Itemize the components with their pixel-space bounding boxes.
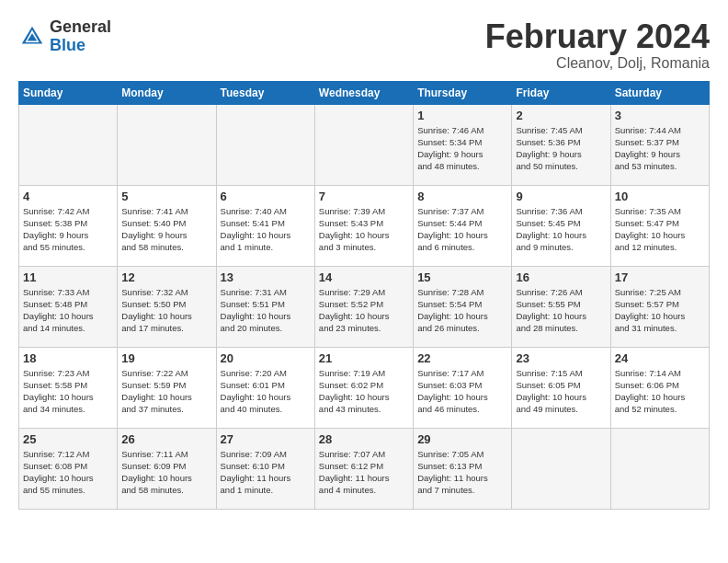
calendar-cell: 5Sunrise: 7:41 AM Sunset: 5:40 PM Daylig…	[118, 185, 216, 266]
day-info: Sunrise: 7:45 AM Sunset: 5:36 PM Dayligh…	[516, 124, 606, 173]
calendar-cell: 28Sunrise: 7:07 AM Sunset: 6:12 PM Dayli…	[314, 428, 413, 509]
page-header: General Blue February 2024 Cleanov, Dolj…	[18, 18, 710, 72]
calendar-cell: 11Sunrise: 7:33 AM Sunset: 5:48 PM Dayli…	[19, 266, 118, 347]
calendar-cell: 14Sunrise: 7:29 AM Sunset: 5:52 PM Dayli…	[314, 266, 413, 347]
calendar-cell: 12Sunrise: 7:32 AM Sunset: 5:50 PM Dayli…	[118, 266, 216, 347]
day-number: 13	[221, 270, 311, 284]
calendar-week-3: 11Sunrise: 7:33 AM Sunset: 5:48 PM Dayli…	[19, 266, 710, 347]
calendar-cell: 18Sunrise: 7:23 AM Sunset: 5:58 PM Dayli…	[19, 347, 118, 428]
day-info: Sunrise: 7:28 AM Sunset: 5:54 PM Dayligh…	[417, 286, 507, 335]
day-info: Sunrise: 7:44 AM Sunset: 5:37 PM Dayligh…	[615, 124, 705, 173]
calendar-cell: 15Sunrise: 7:28 AM Sunset: 5:54 PM Dayli…	[414, 266, 512, 347]
day-info: Sunrise: 7:39 AM Sunset: 5:43 PM Dayligh…	[319, 205, 409, 254]
day-number: 18	[23, 351, 113, 365]
day-number: 9	[516, 190, 606, 203]
day-info: Sunrise: 7:37 AM Sunset: 5:44 PM Dayligh…	[417, 205, 507, 254]
day-info: Sunrise: 7:40 AM Sunset: 5:41 PM Dayligh…	[221, 205, 311, 254]
day-header-saturday: Saturday	[610, 81, 709, 104]
calendar-cell: 19Sunrise: 7:22 AM Sunset: 5:59 PM Dayli…	[118, 347, 216, 428]
calendar-header-row: SundayMondayTuesdayWednesdayThursdayFrid…	[19, 81, 710, 104]
logo: General Blue	[18, 18, 111, 55]
day-number: 11	[23, 270, 113, 284]
calendar-cell: 13Sunrise: 7:31 AM Sunset: 5:51 PM Dayli…	[216, 266, 314, 347]
day-header-tuesday: Tuesday	[216, 81, 314, 104]
logo-icon	[18, 23, 46, 51]
day-info: Sunrise: 7:42 AM Sunset: 5:38 PM Dayligh…	[23, 205, 113, 254]
day-info: Sunrise: 7:11 AM Sunset: 6:09 PM Dayligh…	[121, 448, 211, 497]
calendar-cell: 22Sunrise: 7:17 AM Sunset: 6:03 PM Dayli…	[414, 347, 512, 428]
day-info: Sunrise: 7:12 AM Sunset: 6:08 PM Dayligh…	[23, 448, 113, 497]
day-info: Sunrise: 7:05 AM Sunset: 6:13 PM Dayligh…	[417, 448, 507, 497]
day-info: Sunrise: 7:32 AM Sunset: 5:50 PM Dayligh…	[121, 286, 211, 335]
day-info: Sunrise: 7:15 AM Sunset: 6:05 PM Dayligh…	[516, 367, 606, 416]
calendar-cell: 7Sunrise: 7:39 AM Sunset: 5:43 PM Daylig…	[314, 185, 413, 266]
calendar-cell: 29Sunrise: 7:05 AM Sunset: 6:13 PM Dayli…	[414, 428, 512, 509]
calendar-cell: 16Sunrise: 7:26 AM Sunset: 5:55 PM Dayli…	[512, 266, 610, 347]
day-number: 12	[121, 270, 211, 284]
day-info: Sunrise: 7:26 AM Sunset: 5:55 PM Dayligh…	[516, 286, 606, 335]
day-number: 8	[417, 190, 507, 203]
calendar-cell: 17Sunrise: 7:25 AM Sunset: 5:57 PM Dayli…	[610, 266, 709, 347]
day-number: 24	[615, 351, 705, 365]
logo-general-text: General	[50, 17, 111, 36]
day-number: 23	[516, 351, 606, 365]
day-info: Sunrise: 7:46 AM Sunset: 5:34 PM Dayligh…	[417, 124, 507, 173]
day-header-monday: Monday	[118, 81, 216, 104]
day-number: 20	[221, 351, 311, 365]
day-number: 22	[417, 351, 507, 365]
calendar-cell: 24Sunrise: 7:14 AM Sunset: 6:06 PM Dayli…	[610, 347, 709, 428]
calendar-cell	[216, 104, 314, 185]
calendar-cell: 1Sunrise: 7:46 AM Sunset: 5:34 PM Daylig…	[414, 104, 512, 185]
day-number: 5	[121, 190, 211, 203]
day-info: Sunrise: 7:23 AM Sunset: 5:58 PM Dayligh…	[23, 367, 113, 416]
day-info: Sunrise: 7:36 AM Sunset: 5:45 PM Dayligh…	[516, 205, 606, 254]
calendar-cell: 9Sunrise: 7:36 AM Sunset: 5:45 PM Daylig…	[512, 185, 610, 266]
day-header-sunday: Sunday	[19, 81, 118, 104]
day-info: Sunrise: 7:07 AM Sunset: 6:12 PM Dayligh…	[319, 448, 409, 497]
month-title: February 2024	[485, 18, 710, 55]
day-header-wednesday: Wednesday	[314, 81, 413, 104]
day-number: 3	[615, 109, 705, 122]
day-info: Sunrise: 7:09 AM Sunset: 6:10 PM Dayligh…	[221, 448, 311, 497]
calendar-cell	[512, 428, 610, 509]
day-number: 15	[417, 270, 507, 284]
calendar-cell: 6Sunrise: 7:40 AM Sunset: 5:41 PM Daylig…	[216, 185, 314, 266]
day-number: 16	[516, 270, 606, 284]
calendar-cell: 27Sunrise: 7:09 AM Sunset: 6:10 PM Dayli…	[216, 428, 314, 509]
day-header-friday: Friday	[512, 81, 610, 104]
day-number: 25	[23, 432, 113, 446]
location: Cleanov, Dolj, Romania	[485, 55, 710, 72]
day-number: 4	[23, 190, 113, 203]
day-number: 6	[221, 190, 311, 203]
day-info: Sunrise: 7:41 AM Sunset: 5:40 PM Dayligh…	[121, 205, 211, 254]
calendar-cell	[19, 104, 118, 185]
day-number: 19	[121, 351, 211, 365]
day-number: 10	[615, 190, 705, 203]
day-number: 28	[319, 432, 409, 446]
day-number: 29	[417, 432, 507, 446]
calendar-cell: 3Sunrise: 7:44 AM Sunset: 5:37 PM Daylig…	[610, 104, 709, 185]
day-info: Sunrise: 7:29 AM Sunset: 5:52 PM Dayligh…	[319, 286, 409, 335]
day-info: Sunrise: 7:20 AM Sunset: 6:01 PM Dayligh…	[221, 367, 311, 416]
calendar-cell: 4Sunrise: 7:42 AM Sunset: 5:38 PM Daylig…	[19, 185, 118, 266]
day-info: Sunrise: 7:25 AM Sunset: 5:57 PM Dayligh…	[615, 286, 705, 335]
title-block: February 2024 Cleanov, Dolj, Romania	[485, 18, 710, 72]
calendar-cell	[314, 104, 413, 185]
day-number: 21	[319, 351, 409, 365]
calendar-cell: 21Sunrise: 7:19 AM Sunset: 6:02 PM Dayli…	[314, 347, 413, 428]
calendar-cell: 25Sunrise: 7:12 AM Sunset: 6:08 PM Dayli…	[19, 428, 118, 509]
calendar-cell: 10Sunrise: 7:35 AM Sunset: 5:47 PM Dayli…	[610, 185, 709, 266]
calendar-week-1: 1Sunrise: 7:46 AM Sunset: 5:34 PM Daylig…	[19, 104, 710, 185]
day-info: Sunrise: 7:35 AM Sunset: 5:47 PM Dayligh…	[615, 205, 705, 254]
calendar-week-4: 18Sunrise: 7:23 AM Sunset: 5:58 PM Dayli…	[19, 347, 710, 428]
calendar-cell	[610, 428, 709, 509]
day-number: 14	[319, 270, 409, 284]
calendar-cell: 26Sunrise: 7:11 AM Sunset: 6:09 PM Dayli…	[118, 428, 216, 509]
day-info: Sunrise: 7:22 AM Sunset: 5:59 PM Dayligh…	[121, 367, 211, 416]
day-number: 1	[417, 109, 507, 122]
day-header-thursday: Thursday	[414, 81, 512, 104]
day-number: 7	[319, 190, 409, 203]
day-info: Sunrise: 7:17 AM Sunset: 6:03 PM Dayligh…	[417, 367, 507, 416]
calendar-cell	[118, 104, 216, 185]
calendar-cell: 23Sunrise: 7:15 AM Sunset: 6:05 PM Dayli…	[512, 347, 610, 428]
